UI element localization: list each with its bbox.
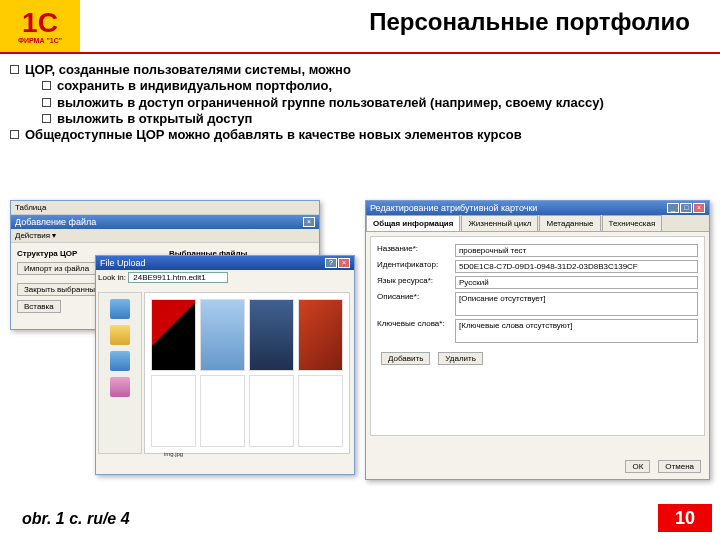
places-sidebar <box>98 292 142 454</box>
thumb-item[interactable] <box>249 299 294 371</box>
bullet-text: ЦОР, созданные пользователями системы, м… <box>25 62 351 78</box>
bullet-icon <box>10 130 19 139</box>
thumb-item[interactable] <box>249 375 294 447</box>
bullet-text: выложить в открытый доступ <box>57 111 252 127</box>
close-icon[interactable]: × <box>338 258 350 268</box>
slide-title: Персональные портфолио <box>90 8 710 36</box>
network-icon[interactable] <box>110 377 130 397</box>
mydocs-icon[interactable] <box>110 325 130 345</box>
logo-sub: ФИРМА "1С" <box>18 37 62 44</box>
window-attributes: Редактирование атрибутивной карточки _ □… <box>365 200 710 480</box>
maximize-icon[interactable]: □ <box>680 203 692 213</box>
window-title: Добавление файла <box>15 217 96 227</box>
keys-input[interactable]: [Ключевые слова отсутствуют] <box>455 319 698 343</box>
bullet-text: Общедоступные ЦОР можно добавлять в каче… <box>25 127 522 143</box>
lang-select[interactable]: Русский <box>455 276 698 289</box>
name-label: Название*: <box>377 244 455 253</box>
lookin-label: Look in: <box>98 273 126 282</box>
cancel-button[interactable]: Отмена <box>658 460 701 473</box>
tab-header: Таблица <box>11 201 319 215</box>
divider <box>0 52 720 54</box>
tab-bar: Общая информация Жизненный цикл Метаданн… <box>366 215 709 232</box>
close-icon[interactable]: × <box>693 203 705 213</box>
id-input[interactable]: 5D0E1C8-C7D-09D1-0948-31D2-03D8B3C139CF <box>455 260 698 273</box>
name-input[interactable]: проверочный тест <box>455 244 698 257</box>
window-title: File Upload <box>100 258 146 268</box>
close-icon[interactable]: × <box>303 217 315 227</box>
window-file-upload: File Upload ? × Look in: 24BE9911.htm.ed… <box>95 255 355 475</box>
desktop-icon[interactable] <box>110 299 130 319</box>
thumbnail-grid: Disktop img.jpg img.jpg img.jpg <box>144 292 350 454</box>
bullet-icon <box>42 114 51 123</box>
bullet-icon <box>42 81 51 90</box>
window-titlebar: Редактирование атрибутивной карточки _ □… <box>366 201 709 215</box>
lookin-select[interactable]: 24BE9911.htm.edit1 <box>128 272 228 283</box>
tab-technical[interactable]: Техническая <box>602 215 663 231</box>
ok-button[interactable]: ОК <box>625 460 650 473</box>
insert-button[interactable]: Вставка <box>17 300 61 313</box>
delete-button[interactable]: Удалить <box>438 352 483 365</box>
bullet-list: ЦОР, созданные пользователями системы, м… <box>10 62 710 143</box>
minimize-icon[interactable]: _ <box>667 203 679 213</box>
tab-lifecycle[interactable]: Жизненный цикл <box>461 215 538 231</box>
window-titlebar: File Upload ? × <box>96 256 354 270</box>
logo-main: 1C <box>18 9 62 37</box>
tab-metadata[interactable]: Метаданные <box>539 215 600 231</box>
thumb-item[interactable] <box>200 375 245 447</box>
thumb-item[interactable]: img.jpg <box>200 299 245 371</box>
bullet-icon <box>42 98 51 107</box>
page-number: 10 <box>658 504 712 532</box>
footer-url: obr. 1 c. ru/e 4 <box>22 510 130 528</box>
import-button[interactable]: Импорт из файла <box>17 262 96 275</box>
keys-label: Ключевые слова*: <box>377 319 455 328</box>
lang-label: Язык ресурса*: <box>377 276 455 285</box>
id-label: Идентификатор: <box>377 260 455 269</box>
thumb-item[interactable]: img.jpg <box>151 375 196 447</box>
window-titlebar: Добавление файла × <box>11 215 319 229</box>
desc-label: Описание*: <box>377 292 455 301</box>
toolbar[interactable]: Действия ▾ <box>11 229 319 243</box>
window-title: Редактирование атрибутивной карточки <box>370 203 537 213</box>
thumb-item[interactable]: img.jpg <box>298 299 343 371</box>
thumb-item[interactable]: Disktop <box>151 299 196 371</box>
bullet-icon <box>10 65 19 74</box>
thumb-item[interactable] <box>298 375 343 447</box>
bullet-text: сохранить в индивидуальном портфолио, <box>57 78 332 94</box>
mycomputer-icon[interactable] <box>110 351 130 371</box>
logo: 1C ФИРМА "1С" <box>0 0 80 52</box>
add-button[interactable]: Добавить <box>381 352 430 365</box>
tab-general[interactable]: Общая информация <box>366 215 460 231</box>
help-icon[interactable]: ? <box>325 258 337 268</box>
desc-input[interactable]: [Описание отсутствует] <box>455 292 698 316</box>
bullet-text: выложить в доступ ограниченной группе по… <box>57 95 604 111</box>
